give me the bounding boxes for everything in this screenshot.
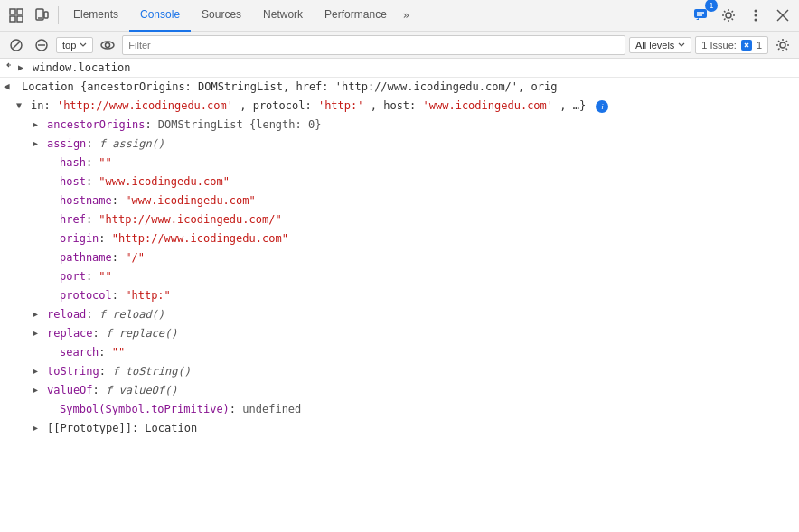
prop-assign-text: assign: f assign() xyxy=(45,135,799,152)
close-btn[interactable] xyxy=(770,3,795,28)
prop-origin: ▶ origin: "http://www.icodingedu.com" xyxy=(0,229,799,248)
expand-arrow-ancestorOrigins[interactable]: ▶ xyxy=(33,117,45,133)
tab-sources[interactable]: Sources xyxy=(191,0,252,32)
prop-hash: ▶ hash: "" xyxy=(0,154,799,173)
expand-arrow-in[interactable]: ▼ xyxy=(16,98,29,114)
expand-arrow-replace[interactable]: ▶ xyxy=(33,325,45,341)
prop-reload: ▶ reload: f reload() xyxy=(0,305,799,324)
svg-rect-0 xyxy=(10,9,15,14)
prop-valueOf-text: valueOf: f valueOf() xyxy=(45,382,799,398)
more-options-btn[interactable] xyxy=(743,3,768,28)
prop-assign: ▶ assign: f assign() xyxy=(0,135,799,154)
prop-symbol-toPrimitive-text: Symbol(Symbol.toPrimitive): undefined xyxy=(58,401,799,417)
expand-arrow-valueOf[interactable]: ▶ xyxy=(33,382,45,398)
location-summary-line: ◀ Location {ancestorOrigins: DOMStringLi… xyxy=(0,78,799,97)
svg-point-25 xyxy=(780,42,785,48)
expand-arrow-assign[interactable]: ▶ xyxy=(33,135,45,152)
settings-btn[interactable] xyxy=(716,3,741,28)
prop-hash-text: hash: "" xyxy=(58,154,799,171)
prop-protocol: ▶ protocol: "http:" xyxy=(0,286,799,305)
eye-btn[interactable] xyxy=(97,34,118,56)
svg-rect-3 xyxy=(17,16,23,22)
devtools-tabbar: Elements Console Sources Network Perform… xyxy=(0,0,799,32)
prop-pathname: ▶ pathname: "/" xyxy=(0,248,799,267)
log-level-label: All levels xyxy=(635,40,674,51)
back-chevron: ◀ xyxy=(4,79,16,95)
prop-ancestorOrigins: ▶ ancestorOrigins: DOMStringList {length… xyxy=(0,116,799,135)
svg-rect-1 xyxy=(17,9,23,14)
issue-count: 1 xyxy=(757,40,762,51)
clear-console-btn[interactable] xyxy=(5,34,27,56)
issue-badge[interactable]: 1 Issue: 1 xyxy=(695,36,768,54)
svg-point-10 xyxy=(726,13,731,18)
console-settings-btn[interactable] xyxy=(772,34,794,56)
prop-replace: ▶ replace: f replace() xyxy=(0,324,799,343)
svg-rect-2 xyxy=(10,16,15,22)
window-location-text: window.location xyxy=(31,60,799,76)
prop-hostname: ▶ hostname: "www.icodingedu.com" xyxy=(0,191,799,210)
svg-point-12 xyxy=(755,14,757,17)
prop-prototype-text: [[Prototype]]: Location xyxy=(45,420,799,436)
tab-console[interactable]: Console xyxy=(129,0,191,32)
prop-valueOf: ▶ valueOf: f valueOf() xyxy=(0,381,799,400)
prop-prototype: ▶ [[Prototype]]: Location xyxy=(0,419,799,438)
context-label: top xyxy=(62,40,76,51)
tab-overflow-btn[interactable]: » xyxy=(398,0,415,32)
tab-network[interactable]: Network xyxy=(252,0,314,32)
expand-arrow-reload[interactable]: ▶ xyxy=(33,306,45,322)
issue-label: 1 Issue: xyxy=(701,40,737,51)
expand-arrow-window-location[interactable]: ▶ xyxy=(18,60,31,76)
prop-ancestorOrigins-text: ancestorOrigins: DOMStringList {length: … xyxy=(45,117,799,133)
context-selector[interactable]: top xyxy=(56,37,93,53)
prop-host-text: host: "www.icodingedu.com" xyxy=(58,173,799,190)
filter-input[interactable] xyxy=(122,35,625,55)
prop-pathname-text: pathname: "/" xyxy=(58,249,799,266)
location-in-line: ▼ in: 'http://www.icodingedu.com' , prot… xyxy=(0,97,799,116)
prop-toString: ▶ toString: f toString() xyxy=(0,362,799,381)
line-arrow-left[interactable] xyxy=(0,60,18,69)
svg-line-17 xyxy=(13,42,19,48)
log-level-selector[interactable]: All levels xyxy=(629,37,691,53)
svg-point-11 xyxy=(755,10,757,13)
prop-search: ▶ search: "" xyxy=(0,343,799,362)
expand-arrow-toString[interactable]: ▶ xyxy=(33,363,45,379)
prop-symbol-toPrimitive: ▶ Symbol(Symbol.toPrimitive): undefined xyxy=(0,400,799,419)
prop-origin-text: origin: "http://www.icodingedu.com" xyxy=(58,230,799,247)
info-icon: i xyxy=(596,100,608,113)
tab-elements[interactable]: Elements xyxy=(62,0,129,32)
prop-protocol-text: protocol: "http:" xyxy=(58,287,799,303)
prop-href-text: href: "http://www.icodingedu.com/" xyxy=(58,211,799,228)
prop-reload-text: reload: f reload() xyxy=(45,306,799,322)
device-toolbar-btn[interactable] xyxy=(29,3,54,28)
prop-hostname-text: hostname: "www.icodingedu.com" xyxy=(58,192,799,209)
in-line-text: in: 'http://www.icodingedu.com' , protoc… xyxy=(29,98,799,114)
svg-rect-5 xyxy=(44,12,48,18)
chat-btn[interactable]: 1 xyxy=(689,3,714,28)
expand-arrow-prototype[interactable]: ▶ xyxy=(33,420,45,436)
location-obj-text: Location {ancestorOrigins: DOMStringList… xyxy=(16,79,799,95)
prop-port: ▶ port: "" xyxy=(0,267,799,286)
prop-replace-text: replace: f replace() xyxy=(45,325,799,341)
svg-rect-7 xyxy=(694,9,707,18)
svg-point-21 xyxy=(106,42,110,47)
prop-search-text: search: "" xyxy=(58,344,799,360)
window-location-line: ▶ window.location xyxy=(0,59,799,78)
console-toolbar: top All levels 1 Issue: 1 xyxy=(0,32,799,59)
tab-performance[interactable]: Performance xyxy=(314,0,398,32)
prop-host: ▶ host: "www.icodingedu.com" xyxy=(0,173,799,191)
preserve-log-btn[interactable] xyxy=(31,34,52,56)
toolbar-right: 1 xyxy=(689,3,795,28)
prop-href: ▶ href: "http://www.icodingedu.com/" xyxy=(0,210,799,229)
svg-point-13 xyxy=(755,19,757,22)
prop-port-text: port: "" xyxy=(58,268,799,285)
prop-toString-text: toString: f toString() xyxy=(45,363,799,379)
inspect-element-btn[interactable] xyxy=(4,3,29,28)
main-tab-bar: Elements Console Sources Network Perform… xyxy=(62,0,689,32)
console-output: ▶ window.location ◀ Location {ancestorOr… xyxy=(0,59,799,532)
